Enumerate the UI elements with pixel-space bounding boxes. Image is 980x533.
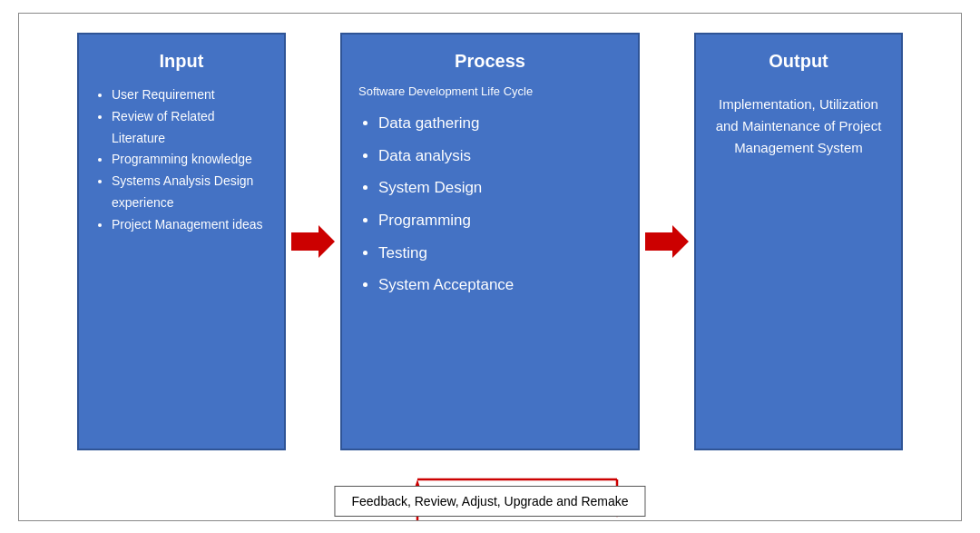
output-title: Output xyxy=(712,51,885,72)
process-title: Process xyxy=(358,51,622,72)
diagram-wrapper: Input User Requirement Review of Related… xyxy=(18,13,962,521)
process-item-2: Data analysis xyxy=(378,140,622,173)
input-title: Input xyxy=(95,51,268,72)
arrow-input-process xyxy=(286,225,340,258)
input-item-1: User Requirement xyxy=(112,84,268,106)
feedback-box: Feedback, Review, Adjust, Upgrade and Re… xyxy=(334,486,645,517)
boxes-row: Input User Requirement Review of Related… xyxy=(37,32,943,452)
input-item-3: Programming knowledge xyxy=(112,149,268,171)
process-item-5: Testing xyxy=(378,237,622,270)
svg-marker-0 xyxy=(291,225,335,258)
process-item-4: Programming xyxy=(378,204,622,237)
input-item-4: Systems Analysis Design experience xyxy=(112,171,268,214)
input-box: Input User Requirement Review of Related… xyxy=(77,33,286,450)
right-arrow-svg-2 xyxy=(645,225,689,258)
process-box: Process Software Development Life Cycle … xyxy=(340,33,640,450)
input-item-2: Review of Related Literature xyxy=(112,106,268,150)
feedback-container: Feedback, Review, Adjust, Upgrade and Re… xyxy=(37,461,943,520)
feedback-label: Feedback, Review, Adjust, Upgrade and Re… xyxy=(351,494,628,508)
process-subtitle: Software Development Life Cycle xyxy=(358,84,622,98)
process-item-6: System Acceptance xyxy=(378,269,622,301)
output-text: Implementation, Utilization and Maintena… xyxy=(712,94,885,159)
arrow-process-output xyxy=(640,225,694,258)
output-box: Output Implementation, Utilization and M… xyxy=(694,33,903,450)
input-item-5: Project Management ideas xyxy=(112,214,268,236)
input-list: User Requirement Review of Related Liter… xyxy=(95,84,268,236)
right-arrow-svg xyxy=(291,225,335,258)
process-list: Data gathering Data analysis System Desi… xyxy=(358,107,622,301)
svg-marker-1 xyxy=(645,225,689,258)
process-item-1: Data gathering xyxy=(378,107,622,140)
process-item-3: System Design xyxy=(378,172,622,204)
